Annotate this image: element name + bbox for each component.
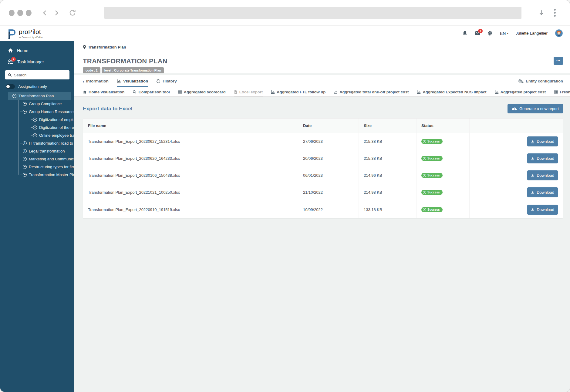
download-button[interactable]: Download — [527, 187, 558, 197]
tab-history[interactable]: History — [156, 75, 177, 87]
expand-node-icon[interactable]: + — [33, 118, 37, 122]
collapse-node-icon[interactable]: − — [23, 110, 27, 114]
assignation-toggle-row[interactable]: Assignation only — [0, 83, 74, 92]
tab-label: Information — [86, 79, 109, 83]
expand-node-icon[interactable]: + — [23, 165, 27, 169]
tree-item-label: Digitization of the recruit... — [39, 125, 74, 130]
app-header: proPilot — Powered by dFakto 1 EN ▾ Juli… — [0, 25, 570, 41]
expand-node-icon[interactable]: + — [33, 133, 37, 137]
subtab-aggregated-project-cost[interactable]: Aggregated project cost — [495, 87, 546, 96]
subtab-aggregated-ncs-impact[interactable]: Aggregated Expected NCS impact — [417, 87, 486, 96]
subtab-label: Excel export — [239, 90, 263, 94]
tree-item[interactable]: + Legal transformation — [23, 147, 74, 155]
toggle-switch[interactable] — [6, 84, 15, 89]
messages-badge: 1 — [478, 29, 483, 33]
more-actions-button[interactable]: ••• — [554, 57, 563, 65]
entity-configuration-label: Entity configuration — [526, 79, 563, 83]
expand-node-icon[interactable]: + — [23, 102, 27, 106]
subtab-aggregated-oneoff-cost[interactable]: Aggregated total one-off project cost — [334, 87, 409, 96]
file-name: Transformation Plan_Export_20230106_1504… — [83, 167, 298, 184]
propilot-logo[interactable]: proPilot — Powered by dFakto — [7, 28, 42, 39]
tree-item-label: Marketing and Communicati... — [29, 157, 74, 161]
tree-item[interactable]: + Transformation Master Plan -... — [23, 171, 74, 179]
info-circle-icon: i — [423, 208, 426, 211]
sidebar-search[interactable] — [5, 70, 69, 79]
tree-item[interactable]: + Group Compliance — [23, 100, 74, 108]
tree-item[interactable]: + Digitization of employees ... — [33, 116, 74, 123]
download-arrow-icon[interactable] — [538, 9, 545, 16]
expand-node-icon[interactable]: + — [33, 126, 37, 129]
brand-tagline: — Powered by dFakto — [19, 36, 42, 39]
window-dot[interactable] — [9, 10, 15, 16]
download-label: Download — [537, 173, 554, 178]
subtab-freshness-of-data[interactable]: Freshness of data - Project — [554, 87, 570, 96]
download-button[interactable]: Download — [527, 136, 558, 146]
propilot-logo-icon — [7, 28, 16, 39]
file-name: Transformation Plan_Export_20230620_1642… — [83, 150, 298, 167]
expand-node-icon[interactable]: + — [23, 149, 27, 153]
breadcrumb[interactable]: Transformation Plan — [88, 45, 126, 49]
address-bar[interactable] — [104, 7, 521, 19]
status-badge: iSuccess — [421, 139, 443, 144]
task-list-icon: 1 — [8, 59, 13, 64]
download-icon — [531, 157, 535, 160]
sidebar-item-task-manager[interactable]: 1 Task Manager — [0, 56, 74, 67]
status-cell: iSuccess — [416, 133, 469, 150]
tree-item[interactable]: + Online employee training ... — [33, 131, 74, 139]
file-date: 20/06/2023 — [298, 150, 359, 167]
tree-item[interactable]: − Group Human Ressources — [23, 108, 74, 116]
file-size: 215.38 KB — [359, 150, 416, 167]
column-header-file: File name — [83, 119, 298, 133]
messages-envelope-icon[interactable]: 1 — [475, 31, 480, 35]
tree-item[interactable]: + IT transformation: road to 20... — [23, 139, 74, 147]
search-input[interactable] — [14, 73, 67, 77]
download-button[interactable]: Download — [527, 153, 558, 163]
download-button[interactable]: Download — [527, 170, 558, 180]
settings-gear-icon[interactable] — [487, 31, 493, 36]
notifications-bell-icon[interactable] — [462, 31, 467, 36]
expand-node-icon[interactable]: + — [23, 141, 27, 145]
avatar[interactable] — [555, 29, 563, 37]
file-size: 215.38 KB — [359, 133, 416, 150]
table-row: Transformation Plan_Export_20220910_1915… — [83, 201, 563, 218]
reload-icon[interactable] — [69, 9, 76, 17]
user-name[interactable]: Juliette Langellier — [516, 31, 548, 35]
subtab-label: Home visualisation — [89, 90, 124, 94]
subtab-label: Aggregated FTE follow up — [277, 90, 325, 94]
subtab-comparison-tool[interactable]: Comparison tool — [133, 87, 170, 96]
status-cell: iSuccess — [416, 167, 469, 184]
back-icon[interactable] — [41, 9, 48, 16]
window-controls[interactable] — [9, 10, 32, 16]
subtab-aggregated-scorecard[interactable]: Aggregated scorecard — [178, 87, 226, 96]
expand-node-icon[interactable]: + — [23, 157, 27, 161]
bar-chart-icon — [271, 90, 275, 94]
language-selector[interactable]: EN ▾ — [500, 31, 508, 36]
subtab-excel-export[interactable]: Excel export — [234, 87, 263, 96]
browser-menu-icon[interactable] — [554, 9, 556, 17]
info-circle-icon: i — [423, 157, 426, 160]
status-badge: iSuccess — [421, 190, 443, 195]
subtab-aggregated-fte[interactable]: Aggregated FTE follow up — [271, 87, 325, 96]
expand-node-icon[interactable]: + — [23, 173, 27, 177]
download-button[interactable]: Download — [527, 205, 558, 215]
table-header-row: File name Date Size Status — [83, 119, 563, 133]
generate-report-button[interactable]: Generate a new report — [508, 104, 563, 113]
window-dot[interactable] — [17, 10, 23, 16]
tree-item[interactable]: + Restructuring types for firms — [23, 163, 74, 171]
tree-item[interactable]: + Marketing and Communicati... — [23, 155, 74, 163]
download-label: Download — [537, 190, 554, 195]
search-icon — [8, 73, 12, 77]
status-cell: iSuccess — [416, 201, 469, 218]
sidebar-item-home[interactable]: Home — [0, 45, 74, 56]
tab-information[interactable]: i Information — [83, 75, 109, 87]
tree-item[interactable]: + Digitization of the recruit... — [33, 123, 74, 131]
actions-cell: Download — [469, 150, 563, 167]
forward-icon[interactable] — [53, 9, 60, 16]
entity-configuration-button[interactable]: Entity configuration — [518, 75, 563, 87]
tab-visualization[interactable]: Visualization — [117, 75, 148, 87]
window-dot[interactable] — [26, 10, 32, 16]
collapse-node-icon[interactable]: − — [12, 94, 16, 98]
tree-item[interactable]: − Transformation Plan — [8, 92, 71, 100]
status-badge: iSuccess — [421, 173, 443, 178]
subtab-home-visualisation[interactable]: Home visualisation — [83, 87, 124, 96]
